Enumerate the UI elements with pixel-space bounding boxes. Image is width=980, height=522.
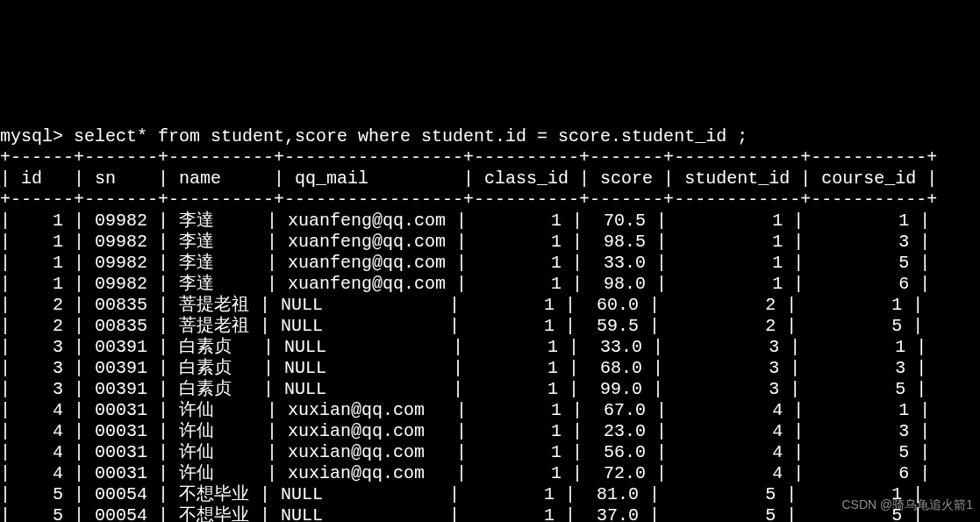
table-rows: | 1 | 09982 | 李達 | xuanfeng@qq.com | 1 |… xyxy=(0,211,937,522)
watermark-text: CSDN @骑乌龟追火箭1 xyxy=(841,494,973,515)
border-mid: +------+-------+----------+-------------… xyxy=(0,189,937,210)
header-row: | id | sn | name | qq_mail | class_id | … xyxy=(0,168,937,189)
terminal-output: mysql> select* from student,score where … xyxy=(0,105,980,522)
border-top: +------+-------+----------+-------------… xyxy=(0,147,937,168)
sql-prompt-line[interactable]: mysql> select* from student,score where … xyxy=(0,126,748,147)
